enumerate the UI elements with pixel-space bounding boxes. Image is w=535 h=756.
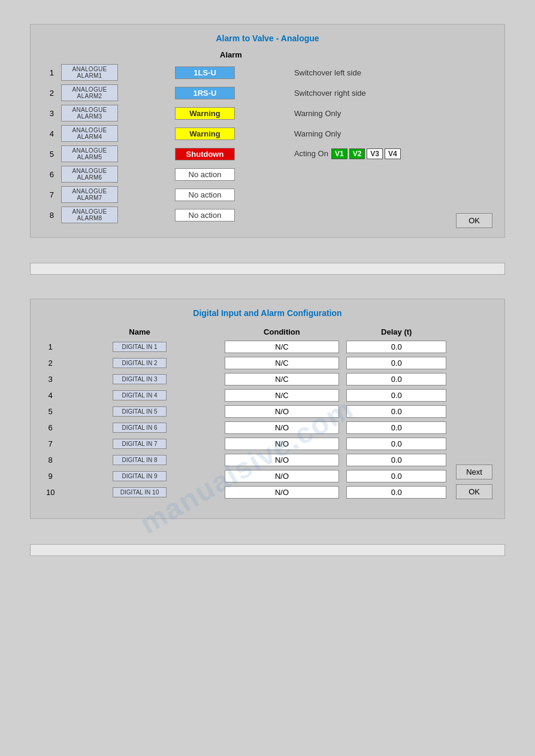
digital-row: 4 DIGITAL IN 4 N/C 0.0: [43, 387, 450, 403]
alarm-label-3[interactable]: ANALOGUE ALARM3: [61, 105, 118, 122]
action-button-1[interactable]: 1LS-U: [175, 66, 235, 79]
condition-6[interactable]: N/O: [225, 421, 340, 434]
delay-1[interactable]: 0.0: [346, 341, 446, 353]
digital-label-9[interactable]: DIGITAL IN 9: [113, 471, 167, 481]
condition-7[interactable]: N/O: [225, 438, 340, 450]
action-desc-4: Warning Only: [291, 123, 492, 144]
condition-5[interactable]: N/O: [225, 405, 340, 418]
digital-ok-button[interactable]: OK: [456, 484, 492, 499]
digital-label-6[interactable]: DIGITAL IN 6: [113, 423, 167, 433]
row-number: 1: [43, 62, 58, 83]
row-number: 3: [43, 103, 58, 123]
row-number: 4: [43, 123, 58, 144]
action-button-4[interactable]: Warning: [175, 127, 235, 140]
digital-row: 7 DIGITAL IN 7 N/O 0.0: [43, 436, 450, 452]
alarm-label-6[interactable]: ANALOGUE ALARM6: [61, 166, 118, 183]
delay-4[interactable]: 0.0: [346, 389, 446, 402]
digital-statusbar: [30, 544, 505, 556]
alarm-row: 3 ANALOGUE ALARM3 Warning Warning Only: [43, 103, 492, 123]
digital-label-1[interactable]: DIGITAL IN 1: [113, 342, 167, 352]
digital-label-10[interactable]: DIGITAL IN 10: [113, 487, 167, 497]
condition-2[interactable]: N/C: [225, 357, 340, 369]
digital-panel-title: Digital Input and Alarm Configuration: [43, 308, 492, 318]
digital-row-num: 6: [43, 420, 58, 436]
digital-next-button[interactable]: Next: [456, 464, 492, 479]
condition-3[interactable]: N/C: [225, 373, 340, 385]
digital-label-8[interactable]: DIGITAL IN 8: [113, 455, 167, 465]
action-button-7[interactable]: No action: [175, 189, 235, 201]
alarm-label-1[interactable]: ANALOGUE ALARM1: [61, 64, 118, 81]
digital-row-num: 4: [43, 387, 58, 403]
digital-row-num: 7: [43, 436, 58, 452]
alarm-label-8[interactable]: ANALOGUE ALARM8: [61, 207, 118, 223]
digital-row: 9 DIGITAL IN 9 N/O 0.0: [43, 468, 450, 484]
delay-2[interactable]: 0.0: [346, 357, 446, 369]
action-desc-6: [291, 164, 492, 184]
digital-col-header-1: Condition: [221, 325, 343, 339]
digital-label-5[interactable]: DIGITAL IN 5: [113, 406, 167, 417]
action-desc-1: Switchover left side: [291, 62, 492, 83]
condition-8[interactable]: N/O: [225, 454, 340, 466]
row-number: 7: [43, 184, 58, 205]
digital-row: 3 DIGITAL IN 3 N/C 0.0: [43, 371, 450, 387]
action-button-3[interactable]: Warning: [175, 107, 235, 120]
digital-col-header-0: Name: [58, 325, 220, 339]
alarm-statusbar: [30, 263, 505, 275]
valve-buttons: V1V2V3V4: [331, 148, 401, 159]
digital-row-num: 3: [43, 371, 58, 387]
alarm-panel-title: Alarm to Valve - Analogue: [43, 34, 492, 43]
valve-v2-button[interactable]: V2: [349, 148, 365, 159]
digital-row: 10 DIGITAL IN 10 N/O 0.0: [43, 484, 450, 500]
digital-label-7[interactable]: DIGITAL IN 7: [113, 439, 167, 449]
alarm-row: 1 ANALOGUE ALARM1 1LS-U Switchover left …: [43, 62, 492, 83]
delay-7[interactable]: 0.0: [346, 438, 446, 450]
action-button-2[interactable]: 1RS-U: [175, 87, 235, 99]
alarm-label-4[interactable]: ANALOGUE ALARM4: [61, 125, 118, 142]
alarm-row: 4 ANALOGUE ALARM4 Warning Warning Only: [43, 123, 492, 144]
delay-5[interactable]: 0.0: [346, 405, 446, 418]
row-number: 5: [43, 144, 58, 164]
alarm-row: 6 ANALOGUE ALARM6 No action: [43, 164, 492, 184]
digital-label-2[interactable]: DIGITAL IN 2: [113, 358, 167, 368]
delay-8[interactable]: 0.0: [346, 454, 446, 466]
digital-row-num: 1: [43, 339, 58, 355]
action-desc-3: Warning Only: [291, 103, 492, 123]
digital-input-panel: Digital Input and Alarm Configuration Na…: [30, 299, 505, 519]
alarm-label-5[interactable]: ANALOGUE ALARM5: [61, 145, 118, 162]
action-desc-7: [291, 184, 492, 205]
condition-9[interactable]: N/O: [225, 470, 340, 482]
condition-10[interactable]: N/O: [225, 486, 340, 499]
digital-row: 8 DIGITAL IN 8 N/O 0.0: [43, 452, 450, 468]
row-number: 6: [43, 164, 58, 184]
valve-v4-button[interactable]: V4: [385, 148, 401, 159]
valve-v3-button[interactable]: V3: [367, 148, 383, 159]
row-number: 8: [43, 205, 58, 225]
action-desc-2: Switchover right side: [291, 83, 492, 103]
action-button-8[interactable]: No action: [175, 209, 235, 221]
delay-10[interactable]: 0.0: [346, 486, 446, 499]
condition-4[interactable]: N/C: [225, 389, 340, 402]
alarm-row: 7 ANALOGUE ALARM7 No action: [43, 184, 492, 205]
digital-row: 5 DIGITAL IN 5 N/O 0.0: [43, 403, 450, 420]
digital-row-num: 5: [43, 403, 58, 420]
alarm-header: Alarm: [171, 50, 291, 62]
action-desc-5: Acting OnV1V2V3V4: [291, 144, 492, 164]
action-button-6[interactable]: No action: [175, 168, 235, 181]
alarm-label-7[interactable]: ANALOGUE ALARM7: [61, 186, 118, 203]
digital-label-3[interactable]: DIGITAL IN 3: [113, 374, 167, 384]
alarm-ok-button[interactable]: OK: [456, 213, 492, 228]
digital-label-4[interactable]: DIGITAL IN 4: [113, 390, 167, 400]
delay-3[interactable]: 0.0: [346, 373, 446, 385]
delay-6[interactable]: 0.0: [346, 421, 446, 434]
action-button-5[interactable]: Shutdown: [175, 148, 235, 160]
digital-row: 2 DIGITAL IN 2 N/C 0.0: [43, 355, 450, 371]
alarm-to-valve-panel: Alarm to Valve - Analogue Alarm 1 ANALOG…: [30, 24, 505, 238]
alarm-row: 2 ANALOGUE ALARM2 1RS-U Switchover right…: [43, 83, 492, 103]
condition-1[interactable]: N/C: [225, 341, 340, 353]
digital-row-num: 10: [43, 484, 58, 500]
alarm-row: 8 ANALOGUE ALARM8 No action: [43, 205, 492, 225]
valve-v1-button[interactable]: V1: [331, 148, 347, 159]
digital-row-num: 9: [43, 468, 58, 484]
delay-9[interactable]: 0.0: [346, 470, 446, 482]
alarm-label-2[interactable]: ANALOGUE ALARM2: [61, 84, 118, 101]
